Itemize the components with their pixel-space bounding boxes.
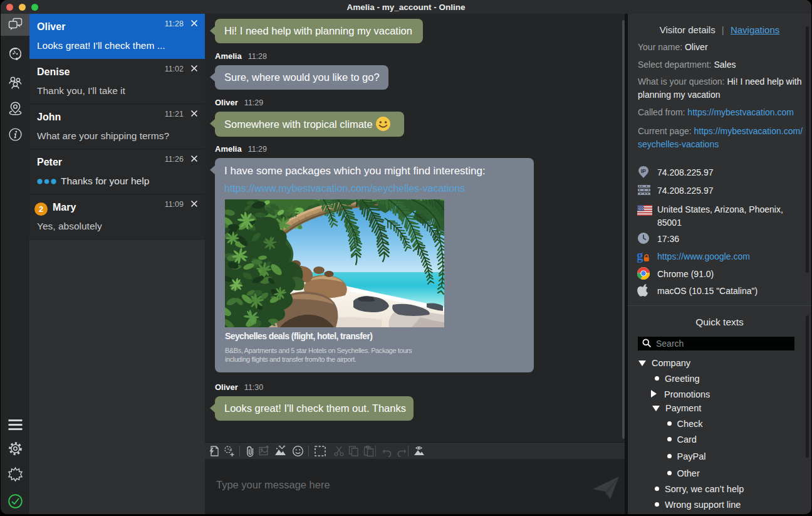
svg-text:IP: IP	[641, 168, 646, 174]
svg-text:g: g	[637, 249, 643, 263]
